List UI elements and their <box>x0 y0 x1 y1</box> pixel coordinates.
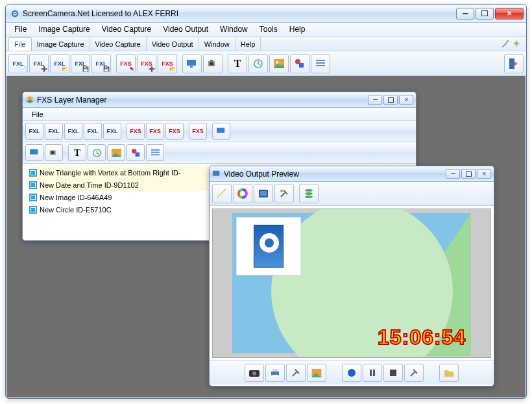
main-window: ScreenCamera.Net Licensed to ALEX FERRI … <box>5 4 527 399</box>
lm-fxl-saveas[interactable]: FXL <box>103 123 121 140</box>
print-button[interactable] <box>265 364 285 382</box>
lm-fxl-new[interactable]: FXL <box>25 123 43 140</box>
tools-button[interactable] <box>274 184 294 203</box>
lm-shapes[interactable] <box>127 144 145 161</box>
rec-settings-button[interactable] <box>404 364 424 382</box>
open-folder-button[interactable] <box>439 364 459 382</box>
layer-manager-menu-file[interactable]: File <box>27 109 49 120</box>
layer-checkbox-icon[interactable] <box>29 206 37 214</box>
layer-label: New Circle ID-E5710C <box>40 206 112 214</box>
fullscreen-button[interactable] <box>254 184 273 203</box>
lm-fxs-edit[interactable]: FXS <box>189 123 207 140</box>
lm-image[interactable] <box>107 144 125 161</box>
stop-button[interactable] <box>383 364 403 382</box>
fxs-add-button[interactable]: FXS➕ <box>137 54 156 73</box>
svg-point-2 <box>14 12 16 14</box>
lm-text[interactable]: T <box>68 144 86 161</box>
svg-rect-18 <box>217 128 224 133</box>
tab-video-capture[interactable]: Video Capture <box>90 37 147 51</box>
ruler-button[interactable] <box>212 184 232 203</box>
tab-file[interactable]: File <box>8 37 32 51</box>
menu-tools[interactable]: Tools <box>254 23 284 36</box>
lm-fxs-open[interactable]: FXS <box>165 123 184 140</box>
layer-manager-titlebar[interactable]: FXS Layer Manager <box>23 92 416 108</box>
app-icon <box>10 8 20 19</box>
layer-manager-close[interactable] <box>399 95 413 105</box>
main-titlebar[interactable]: ScreenCamera.Net Licensed to ALEX FERRI <box>6 5 526 23</box>
svg-rect-26 <box>151 149 160 150</box>
layer-checkbox-icon[interactable] <box>29 194 37 201</box>
menu-image-capture[interactable]: Image Capture <box>32 23 95 36</box>
fxl-save-button[interactable]: FXL💾 <box>71 54 90 73</box>
tab-image-capture[interactable]: Image Capture <box>32 37 90 51</box>
layer-manager-maximize[interactable] <box>383 95 398 105</box>
preview-minimize[interactable] <box>446 169 460 179</box>
exit-button[interactable] <box>504 54 524 73</box>
svg-rect-29 <box>213 170 220 175</box>
tab-help[interactable]: Help <box>236 37 261 51</box>
lm-fxs-new[interactable]: FXS <box>127 123 145 140</box>
lm-fxl-add[interactable]: FXL <box>45 123 63 140</box>
preview-canvas: 15:06:54 <box>232 213 471 353</box>
settings-button[interactable] <box>286 364 306 382</box>
layer-label: New Date and Time ID-9D1102 <box>40 181 139 189</box>
menu-window[interactable]: Window <box>214 23 254 36</box>
layer-manager-menubar: File <box>23 108 416 121</box>
tab-window[interactable]: Window <box>199 37 236 51</box>
lm-fxl-open[interactable]: FXL <box>64 123 82 140</box>
fxl-saveas-button[interactable]: FXL💾 <box>91 54 111 73</box>
pause-button[interactable] <box>363 364 382 382</box>
preview-window[interactable]: Video Output Preview 15:06:54 <box>209 166 494 386</box>
preview-title: Video Output Preview <box>224 170 444 179</box>
database-button[interactable] <box>299 184 319 203</box>
maximize-button[interactable] <box>476 8 494 19</box>
clock-button[interactable] <box>248 54 268 73</box>
text-button[interactable]: T <box>228 54 247 73</box>
svg-rect-16 <box>316 65 325 66</box>
lm-fxs-add[interactable]: FXS <box>146 123 164 140</box>
preview-maximize[interactable] <box>461 169 476 179</box>
color-wheel-button[interactable] <box>233 184 252 203</box>
lm-list[interactable] <box>146 144 164 161</box>
svg-point-3 <box>507 40 509 42</box>
lm-webcam[interactable] <box>45 144 63 161</box>
tab-video-output[interactable]: Video Output <box>147 37 199 51</box>
pin-icon[interactable] <box>512 39 521 49</box>
menu-help[interactable]: Help <box>284 23 311 36</box>
preview-close[interactable] <box>477 169 491 179</box>
minimize-button[interactable] <box>456 8 474 19</box>
tab-strip: File Image Capture Video Capture Video O… <box>6 37 526 51</box>
menu-file[interactable]: File <box>8 23 32 36</box>
menu-video-output[interactable]: Video Output <box>157 23 214 36</box>
preview-titlebar[interactable]: Video Output Preview <box>210 166 494 182</box>
lm-clock[interactable] <box>88 144 106 161</box>
lm-monitor[interactable] <box>212 123 230 140</box>
wand-icon[interactable] <box>500 39 509 49</box>
picture-button[interactable] <box>307 364 326 382</box>
monitor-icon <box>212 170 221 179</box>
lm-fxl-save[interactable]: FXL <box>84 123 102 140</box>
svg-point-21 <box>51 151 54 154</box>
fxl-open-button[interactable]: FXL📂 <box>50 54 69 73</box>
menu-video-capture[interactable]: Video Capture <box>96 23 158 36</box>
layer-manager-minimize[interactable] <box>368 95 382 105</box>
svg-rect-27 <box>151 151 160 153</box>
list-button[interactable] <box>311 54 330 73</box>
snapshot-button[interactable] <box>245 364 264 382</box>
lm-screen[interactable] <box>25 144 43 161</box>
monitor-button[interactable] <box>182 54 202 73</box>
close-button[interactable] <box>495 8 524 19</box>
fxs-open-button[interactable]: FXS📂 <box>158 54 177 73</box>
shapes-button[interactable] <box>290 54 309 73</box>
fxl-new-button[interactable]: FXL📄 <box>8 54 28 73</box>
record-button[interactable] <box>342 364 361 382</box>
svg-point-30 <box>239 190 247 197</box>
layer-checkbox-icon[interactable] <box>29 181 37 189</box>
layer-checkbox-icon[interactable] <box>29 169 37 177</box>
main-toolbar: FXL📄 FXL➕ FXL📂 FXL💾 FXL💾 FXS✎ FXS➕ FXS📂 … <box>6 51 526 76</box>
fxl-add-button[interactable]: FXL➕ <box>29 54 49 73</box>
image-button[interactable] <box>269 54 289 73</box>
fxs-new-button[interactable]: FXS✎ <box>116 54 136 73</box>
webcam-button[interactable] <box>203 54 223 73</box>
preview-toolbar <box>210 182 494 206</box>
